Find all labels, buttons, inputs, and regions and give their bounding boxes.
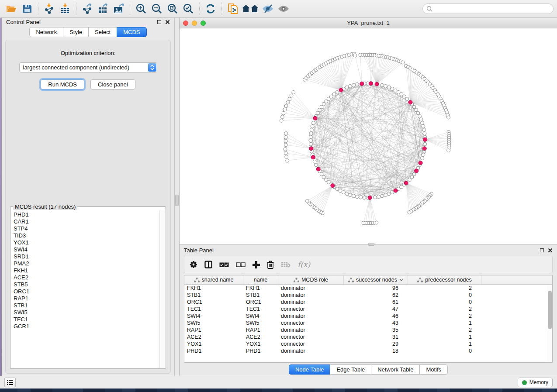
tab-mcds[interactable]: MCDS	[117, 27, 146, 37]
mcds-hub-node[interactable]	[316, 167, 320, 171]
network-node[interactable]	[355, 83, 359, 86]
table-settings-button[interactable]	[190, 261, 197, 268]
network-node[interactable]	[284, 139, 287, 143]
network-node[interactable]	[422, 153, 425, 157]
network-node[interactable]	[401, 61, 405, 64]
mcds-hub-node[interactable]	[404, 181, 408, 185]
network-node[interactable]	[345, 192, 349, 196]
network-node[interactable]	[387, 192, 391, 196]
network-node[interactable]	[362, 221, 365, 225]
mcds-list-scrollbar[interactable]	[159, 210, 165, 368]
network-node[interactable]	[418, 114, 422, 118]
network-node[interactable]	[280, 119, 283, 122]
network-canvas[interactable]	[180, 28, 557, 244]
network-node[interactable]	[285, 155, 288, 158]
network-node[interactable]	[309, 142, 312, 146]
tab-select[interactable]: Select	[88, 27, 117, 37]
mcds-hub-node[interactable]	[339, 88, 343, 92]
tab-edge-table[interactable]: Edge Table	[330, 364, 371, 375]
tab-node-table[interactable]: Node Table	[289, 364, 331, 375]
network-node[interactable]	[305, 199, 309, 203]
network-node[interactable]	[284, 104, 288, 108]
mcds-hub-node[interactable]	[422, 147, 426, 151]
show-all-button[interactable]	[276, 2, 291, 16]
mcds-result-item[interactable]: FKH1	[14, 267, 157, 274]
network-node[interactable]	[421, 156, 424, 160]
column-header-successor-nodes[interactable]: successor nodes	[344, 275, 408, 284]
float-panel-icon[interactable]	[157, 20, 161, 24]
mcds-hub-node[interactable]	[311, 155, 315, 159]
import-network-button[interactable]	[42, 2, 57, 16]
network-node[interactable]	[349, 84, 352, 88]
tab-motifs[interactable]: Motifs	[419, 364, 448, 375]
mcds-hub-node[interactable]	[360, 82, 364, 86]
network-node[interactable]	[415, 108, 418, 112]
network-node[interactable]	[282, 111, 285, 115]
network-node[interactable]	[310, 128, 313, 131]
network-node[interactable]	[419, 118, 423, 121]
table-row[interactable]: SWI5SWI5connector431	[184, 320, 552, 327]
network-node[interactable]	[416, 111, 420, 115]
select-all-button[interactable]	[219, 262, 229, 267]
first-neighbors-button[interactable]	[241, 2, 260, 16]
network-node[interactable]	[422, 128, 426, 131]
save-session-button[interactable]	[19, 2, 35, 16]
network-node[interactable]	[342, 191, 345, 194]
maximize-window-traffic-light[interactable]	[201, 21, 206, 26]
mcds-result-item[interactable]: PMA2	[14, 260, 157, 267]
network-node[interactable]	[284, 151, 287, 155]
mcds-result-item[interactable]: YOX1	[14, 239, 157, 246]
column-header-predecessor-nodes[interactable]: predecessor nodes	[408, 275, 481, 284]
table-row[interactable]: FKH1FKH1dominator962	[184, 285, 552, 292]
network-node[interactable]	[284, 148, 287, 151]
float-table-panel-icon[interactable]	[540, 248, 544, 252]
show-column-panel-button[interactable]	[204, 261, 212, 268]
network-node[interactable]	[309, 132, 313, 135]
mcds-result-item[interactable]: ORC1	[14, 288, 157, 295]
network-node[interactable]	[314, 163, 318, 167]
network-node[interactable]	[384, 84, 387, 88]
network-node[interactable]	[349, 193, 352, 197]
network-node[interactable]	[447, 116, 450, 119]
refresh-button[interactable]	[203, 2, 218, 16]
mcds-result-item[interactable]: STB1	[14, 302, 157, 309]
close-table-panel-icon[interactable]	[548, 248, 553, 253]
mcds-hub-node[interactable]	[415, 169, 419, 173]
network-node[interactable]	[311, 124, 314, 128]
zoom-fit-button[interactable]	[165, 2, 180, 16]
zoom-selected-button[interactable]	[180, 2, 196, 16]
mcds-result-item[interactable]: STB5	[14, 281, 157, 288]
mcds-hub-node[interactable]	[394, 189, 398, 193]
open-file-button[interactable]	[3, 2, 19, 16]
delete-column-button[interactable]	[267, 261, 274, 269]
mcds-result-item[interactable]: TID3	[14, 232, 157, 239]
tab-style[interactable]: Style	[63, 27, 89, 37]
close-window-traffic-light[interactable]	[183, 21, 188, 26]
network-node[interactable]	[394, 89, 397, 92]
network-node[interactable]	[284, 135, 287, 139]
mcds-hub-node[interactable]	[375, 82, 379, 86]
network-node[interactable]	[408, 178, 411, 182]
network-node[interactable]	[352, 83, 355, 87]
network-node[interactable]	[345, 86, 349, 89]
network-node[interactable]	[309, 139, 312, 142]
table-row[interactable]: STB1STB1dominator620	[184, 292, 552, 299]
network-node[interactable]	[387, 86, 391, 89]
mcds-hub-node[interactable]	[369, 82, 373, 86]
export-image-button[interactable]	[111, 2, 127, 16]
mcds-result-item[interactable]: GCR1	[14, 323, 157, 330]
table-scrollbar-thumb[interactable]	[548, 291, 552, 329]
splitter-grip[interactable]	[175, 195, 179, 206]
network-node[interactable]	[447, 149, 450, 152]
mcds-hub-node[interactable]	[368, 196, 372, 199]
network-node[interactable]	[339, 189, 342, 193]
network-node[interactable]	[408, 211, 411, 214]
network-node[interactable]	[316, 111, 319, 115]
network-node[interactable]	[336, 90, 339, 94]
mcds-result-item[interactable]: TEC1	[14, 316, 157, 323]
network-node[interactable]	[423, 132, 426, 135]
search-field[interactable]	[422, 3, 554, 14]
deselect-all-button[interactable]	[236, 262, 246, 267]
mcds-hub-node[interactable]	[408, 100, 412, 104]
mcds-result-item[interactable]: RAP1	[14, 295, 157, 302]
